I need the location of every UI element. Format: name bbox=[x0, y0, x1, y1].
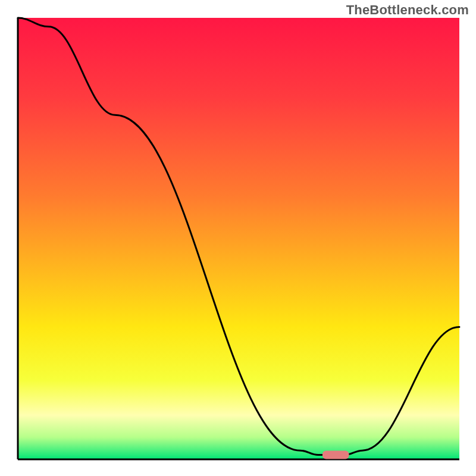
optimal-marker bbox=[322, 451, 349, 459]
watermark-text: TheBottleneck.com bbox=[346, 2, 469, 18]
chart-container: TheBottleneck.com bbox=[0, 0, 476, 476]
plot-gradient-area bbox=[18, 18, 459, 459]
chart-svg bbox=[0, 0, 476, 476]
